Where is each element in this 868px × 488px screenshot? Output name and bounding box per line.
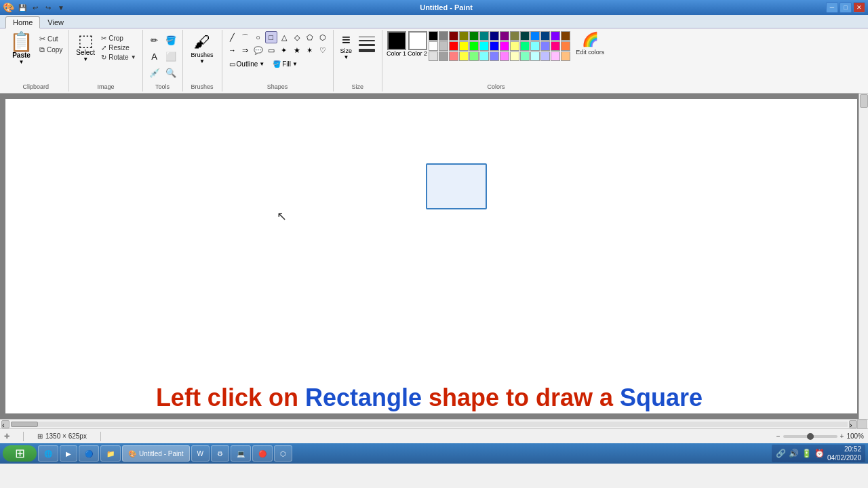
outline-button[interactable]: ▭ Outline ▼	[226, 59, 268, 69]
close-btn[interactable]: ✕	[853, 2, 865, 13]
fill-tool[interactable]: 🪣	[163, 33, 178, 47]
color-swatch[interactable]	[429, 41, 438, 51]
color-swatch[interactable]	[510, 41, 519, 51]
taskbar-app4[interactable]: 🔴	[252, 445, 273, 462]
heart-shape[interactable]: ♡	[317, 44, 329, 56]
resize-button[interactable]: ⤢ Resize	[99, 43, 138, 52]
curve-shape[interactable]: ⌒	[239, 31, 252, 43]
color-swatch[interactable]	[540, 52, 550, 61]
color-swatch[interactable]	[561, 41, 570, 51]
color-swatch[interactable]	[510, 52, 519, 61]
paint-canvas[interactable]	[5, 99, 857, 413]
color-swatch[interactable]	[500, 52, 509, 61]
horizontal-scrollbar[interactable]: ‹ ›	[0, 419, 868, 428]
taskbar-ie[interactable]: 🌐	[38, 445, 58, 462]
color-swatch[interactable]	[561, 31, 570, 41]
size-line-3[interactable]	[359, 44, 375, 46]
taskbar-media[interactable]: ▶	[60, 445, 77, 462]
outline-dropdown[interactable]: ▼	[259, 61, 264, 67]
color-swatch[interactable]	[439, 31, 448, 41]
color-swatch[interactable]	[551, 41, 560, 51]
color-swatch[interactable]	[500, 41, 509, 51]
rectangle-shape[interactable]: □	[265, 31, 277, 43]
rounded-rect-shape[interactable]: ▭	[265, 44, 277, 56]
maximize-btn[interactable]: □	[840, 2, 852, 13]
vertical-scrollbar[interactable]	[859, 94, 868, 419]
taskbar-word[interactable]: W	[191, 445, 210, 462]
color-swatch[interactable]	[510, 31, 519, 41]
color-swatch[interactable]	[439, 41, 448, 51]
hscroll-left[interactable]: ‹	[1, 420, 9, 428]
color-swatch[interactable]	[561, 52, 570, 61]
copy-button[interactable]: ⧉ Copy	[37, 45, 64, 55]
pentagon-shape[interactable]: ⬠	[304, 31, 316, 43]
zoom-in-btn[interactable]: +	[840, 432, 844, 440]
brushes-button[interactable]: 🖌 Brushes ▼	[187, 31, 218, 66]
color-swatch[interactable]	[520, 31, 530, 41]
line-shape[interactable]: ╱	[226, 31, 239, 43]
color-swatch[interactable]	[449, 52, 458, 61]
star6-shape[interactable]: ✶	[304, 44, 316, 56]
arrow-right-shape[interactable]: →	[226, 44, 239, 56]
color-swatch[interactable]	[459, 52, 469, 61]
color-swatch[interactable]	[530, 31, 540, 41]
fill-button[interactable]: 🪣 Fill ▼	[270, 59, 300, 69]
edit-colors-button[interactable]: Edit colors	[574, 47, 606, 57]
eraser-tool[interactable]: ⬜	[163, 49, 178, 64]
color-swatch[interactable]	[520, 52, 530, 61]
text-tool[interactable]: A	[147, 49, 162, 64]
redo-quick-btn[interactable]: ↪	[43, 2, 54, 13]
color-swatch[interactable]	[459, 41, 469, 51]
color-swatch[interactable]	[479, 52, 489, 61]
color-swatch[interactable]	[449, 41, 458, 51]
color-swatch[interactable]	[429, 52, 438, 61]
crop-button[interactable]: ✂ Crop	[99, 34, 138, 43]
cut-button[interactable]: ✂ Cut	[37, 34, 64, 44]
minimize-btn[interactable]: ─	[826, 2, 838, 13]
star5-shape[interactable]: ★	[291, 44, 303, 56]
size-dropdown[interactable]: ▼	[343, 54, 349, 60]
taskbar-chrome[interactable]: 🔵	[79, 445, 99, 462]
brushes-dropdown[interactable]: ▼	[199, 58, 205, 64]
color-swatch[interactable]	[530, 52, 540, 61]
vscroll-thumb[interactable]	[860, 94, 868, 108]
taskbar-app5[interactable]: ⬡	[274, 445, 292, 462]
save-quick-btn[interactable]: 💾	[17, 2, 28, 13]
size-button[interactable]: ≡ Size ▼	[338, 31, 355, 62]
taskbar-files[interactable]: 📁	[100, 445, 121, 462]
callout-shape[interactable]: 💬	[252, 44, 264, 56]
color-swatch[interactable]	[479, 31, 489, 41]
fill-dropdown[interactable]: ▼	[292, 61, 298, 67]
hscroll-thumb[interactable]	[11, 422, 38, 427]
select-dropdown[interactable]: ▼	[83, 56, 88, 62]
rotate-button[interactable]: ↻ Rotate ▼	[99, 53, 138, 62]
size-line-4[interactable]	[359, 49, 375, 52]
star4-shape[interactable]: ✦	[278, 44, 290, 56]
color-swatch[interactable]	[540, 31, 550, 41]
color-swatch[interactable]	[530, 41, 540, 51]
paste-button[interactable]: 📋 Paste ▼	[7, 31, 36, 66]
color-swatch[interactable]	[459, 31, 469, 41]
color-swatch[interactable]	[551, 31, 560, 41]
color-swatch[interactable]	[551, 52, 560, 61]
tab-view[interactable]: View	[40, 16, 71, 28]
color-swatch[interactable]	[469, 41, 479, 51]
volume-tray-icon[interactable]: 🔊	[789, 449, 799, 458]
color2-box[interactable]	[408, 31, 427, 50]
color-swatch[interactable]	[469, 52, 479, 61]
start-button[interactable]: ⊞	[3, 445, 37, 462]
diamond-shape[interactable]: ◇	[291, 31, 303, 43]
taskbar-app2[interactable]: ⚙	[211, 445, 229, 462]
triangle-shape[interactable]: △	[278, 31, 290, 43]
color1-box[interactable]	[387, 31, 406, 50]
color-swatch[interactable]	[490, 41, 499, 51]
pencil-tool[interactable]: ✏	[147, 33, 162, 47]
zoom-slider[interactable]	[783, 435, 837, 438]
zoom-out-btn[interactable]: −	[776, 432, 781, 440]
oval-shape[interactable]: ○	[252, 31, 264, 43]
size-line-1[interactable]	[359, 37, 375, 37]
magnifier-tool[interactable]: 🔍	[163, 65, 178, 80]
customize-quick-btn[interactable]: ▼	[56, 2, 66, 13]
picker-tool[interactable]: 💉	[147, 65, 162, 80]
arrow-shape2[interactable]: ⇒	[239, 44, 252, 56]
